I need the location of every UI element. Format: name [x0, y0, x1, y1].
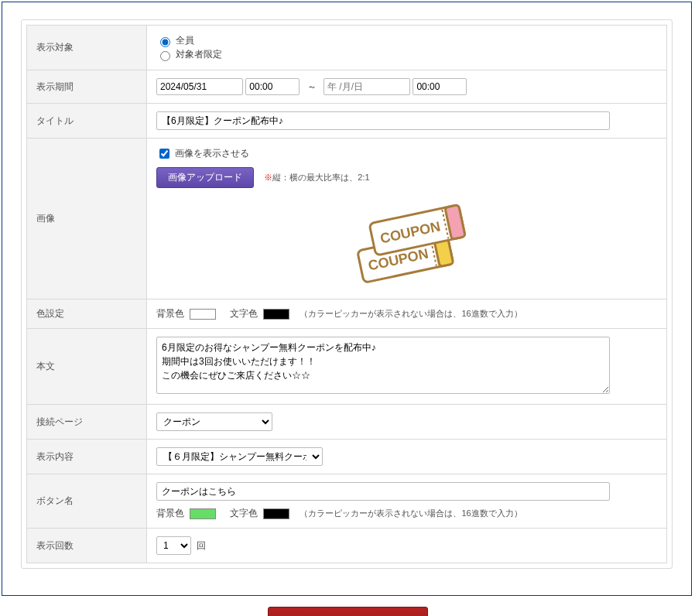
- target-all-label: 全員: [176, 35, 194, 46]
- button-color-note: （カラーピッカーが表示されない場合は、16進数で入力）: [300, 508, 522, 518]
- button-bg-label: 背景色: [156, 508, 184, 518]
- period-separator: ～: [307, 81, 317, 92]
- row-label-image: 画像: [27, 139, 147, 299]
- count-unit: 回: [197, 540, 206, 551]
- show-image-checkbox[interactable]: [159, 149, 169, 159]
- row-label-period: 表示期間: [27, 70, 147, 104]
- row-label-count: 表示回数: [27, 529, 147, 563]
- link-page-select[interactable]: クーポン: [156, 412, 272, 431]
- period-start-date[interactable]: [156, 78, 243, 95]
- target-limited-label: 対象者限定: [176, 49, 222, 60]
- body-textarea[interactable]: [156, 337, 610, 394]
- coupon-icon: COUPON COUPON: [337, 196, 477, 289]
- target-limited-option[interactable]: 対象者限定: [156, 48, 657, 61]
- row-label-body: 本文: [27, 329, 147, 405]
- button-fg-chip[interactable]: [263, 508, 289, 519]
- image-ratio-note: 縦：横の最大比率は、2:1: [272, 173, 369, 182]
- button-name-input[interactable]: [156, 482, 610, 501]
- row-label-link-page: 接続ページ: [27, 405, 147, 440]
- image-ratio-note-prefix: ※: [264, 173, 272, 182]
- row-label-colors: 色設定: [27, 299, 147, 329]
- submit-button[interactable]: 決定／更新: [268, 607, 428, 616]
- period-end-date[interactable]: [324, 78, 410, 95]
- content-select[interactable]: 【６月限定】シャンプー無料クーポン♪: [156, 447, 323, 466]
- show-image-option[interactable]: 画像を表示させる: [156, 148, 249, 159]
- bg-color-chip[interactable]: [190, 309, 216, 320]
- row-label-target: 表示対象: [27, 26, 147, 70]
- row-label-title: タイトル: [27, 104, 147, 139]
- color-note: （カラーピッカーが表示されない場合は、16進数で入力）: [300, 309, 522, 318]
- target-limited-radio[interactable]: [160, 51, 170, 61]
- title-input[interactable]: [156, 111, 610, 130]
- button-fg-label: 文字色: [230, 508, 258, 518]
- settings-table: 表示対象 全員 対象者限定 表示期間: [26, 25, 667, 563]
- period-end-time[interactable]: [413, 78, 467, 95]
- target-all-option[interactable]: 全員: [156, 34, 657, 47]
- row-label-content: 表示内容: [27, 440, 147, 474]
- fg-color-chip[interactable]: [263, 309, 289, 320]
- bg-color-label: 背景色: [156, 308, 184, 319]
- image-upload-button[interactable]: 画像アップロード: [156, 167, 254, 188]
- settings-panel: 表示対象 全員 対象者限定 表示期間: [21, 19, 673, 569]
- count-select[interactable]: 1: [156, 536, 191, 555]
- fg-color-label: 文字色: [230, 308, 258, 319]
- image-preview: COUPON COUPON: [156, 196, 657, 291]
- show-image-label: 画像を表示させる: [175, 148, 249, 159]
- target-all-radio[interactable]: [160, 37, 170, 47]
- button-bg-chip[interactable]: [190, 508, 216, 519]
- period-start-time[interactable]: [245, 78, 300, 95]
- row-label-button: ボタン名: [27, 474, 147, 529]
